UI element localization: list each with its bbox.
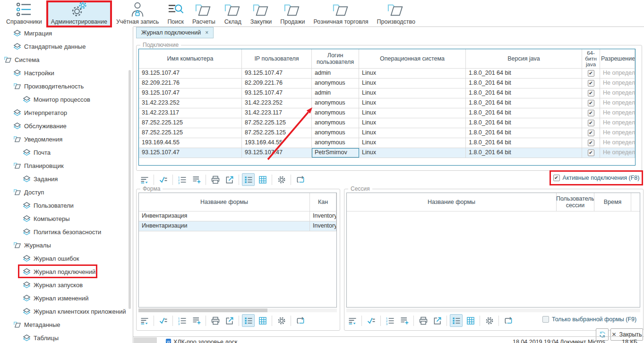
toolbar-table-grid-button[interactable] bbox=[256, 173, 269, 186]
table-row[interactable]: 93.125.107.4793.125.107.47PetrSmirnovLin… bbox=[139, 148, 635, 158]
toolbar-checklist-button[interactable] bbox=[157, 173, 170, 186]
sidebar-item[interactable]: Производительность bbox=[13, 79, 84, 93]
toolbar-item-folder[interactable]: Розничная торговля bbox=[309, 0, 373, 26]
table-cell[interactable]: 1.8.0_201 64 bit bbox=[466, 98, 582, 108]
checkbox-checked-icon[interactable]: ✔ bbox=[588, 130, 594, 136]
table-cell[interactable]: Linux bbox=[359, 79, 466, 88]
table-row[interactable]: 82.209.221.7682.209.221.76anonymousLinux… bbox=[139, 79, 635, 88]
table-cell[interactable]: anonymous bbox=[312, 98, 359, 108]
sidebar-item[interactable]: Планировщик bbox=[13, 159, 64, 172]
tab-close-icon[interactable]: × bbox=[205, 29, 208, 36]
checkbox-checked-icon[interactable]: ✔ bbox=[588, 140, 594, 146]
table-cell[interactable]: 93.125.107.47 bbox=[242, 148, 312, 158]
column-header[interactable]: Кан bbox=[310, 193, 336, 211]
sidebar-item[interactable]: Политика безопасности bbox=[23, 225, 101, 238]
toolbar-numbered-list-button[interactable]: 123 bbox=[176, 314, 189, 327]
table-cell[interactable]: 93.125.107.47 bbox=[139, 69, 242, 78]
toolbar-item-search-lines[interactable]: Поиск bbox=[163, 0, 188, 26]
table-cell-resolution[interactable]: Не определено bbox=[600, 128, 635, 138]
sidebar-item[interactable]: Почта bbox=[23, 146, 51, 159]
column-header[interactable]: Название формы bbox=[139, 193, 310, 211]
toolbar-item-folder[interactable]: Закупки bbox=[246, 0, 276, 26]
toolbar-list-view-button[interactable] bbox=[242, 173, 255, 186]
table-cell[interactable]: Linux bbox=[359, 128, 466, 138]
sidebar-item[interactable]: Пользователи bbox=[23, 199, 74, 212]
sidebar-item[interactable]: Монитор процессов bbox=[23, 93, 90, 106]
toolbar-item-folder[interactable]: Расчеты bbox=[188, 0, 220, 26]
table-cell[interactable]: Linux bbox=[359, 88, 466, 98]
sidebar-item[interactable]: Журнал запусков bbox=[23, 278, 83, 291]
table-cell[interactable]: Linux bbox=[359, 108, 466, 118]
sidebar-scrollbar[interactable] bbox=[129, 70, 131, 309]
table-row[interactable]: ИнвентаризацияInventory.ac bbox=[139, 211, 336, 221]
sidebar-item[interactable]: Журнал ошибок bbox=[23, 252, 79, 265]
sidebar-item[interactable]: Компьютеры bbox=[23, 212, 70, 225]
checkbox-checked-icon[interactable]: ✔ bbox=[588, 70, 594, 77]
sidebar-item[interactable]: Метаданные bbox=[13, 318, 60, 331]
table-cell[interactable]: Linux bbox=[359, 118, 466, 128]
column-header[interactable]: 64-битн java bbox=[582, 49, 600, 68]
table-cell-64bit[interactable]: ✔ bbox=[582, 128, 600, 138]
sidebar-item[interactable]: Интерпретатор bbox=[13, 106, 67, 119]
table-cell[interactable]: PetrSmirnov bbox=[312, 148, 359, 158]
table-cell[interactable]: Linux bbox=[359, 98, 466, 108]
table-cell[interactable]: 87.252.225.125 bbox=[139, 118, 242, 128]
table-cell[interactable]: anonymous bbox=[312, 128, 359, 138]
column-header[interactable]: Имя компьютера bbox=[139, 49, 242, 68]
toolbar-add-list-button[interactable] bbox=[190, 173, 203, 186]
table-cell[interactable]: 31.42.223.252 bbox=[139, 98, 242, 108]
toolbar-list-view-button[interactable] bbox=[242, 314, 255, 327]
table-cell-64bit[interactable]: ✔ bbox=[582, 148, 600, 158]
checkbox-checked-icon[interactable]: ✔ bbox=[588, 110, 594, 116]
table-cell[interactable]: Inventory.ac bbox=[310, 211, 336, 221]
table-cell[interactable]: 1.8.0_201 64 bit bbox=[466, 148, 582, 158]
table-row[interactable]: 87.252.225.12587.252.225.125anonymousLin… bbox=[139, 118, 635, 128]
table-cell[interactable]: 31.42.223.252 bbox=[242, 98, 312, 108]
table-row[interactable]: ИнвентаризацииInventory.ac bbox=[139, 221, 336, 231]
table-cell[interactable]: 87.252.225.125 bbox=[139, 128, 242, 138]
toolbar-add-list-button[interactable] bbox=[398, 314, 411, 327]
table-cell[interactable]: anonymous bbox=[312, 138, 359, 148]
toolbar-item-folder[interactable]: Производство bbox=[373, 0, 420, 26]
checkbox-checked-icon[interactable]: ✔ bbox=[588, 120, 594, 126]
table-cell-resolution[interactable]: Не определено bbox=[600, 88, 635, 98]
table-cell[interactable]: 1.8.0_201 64 bit bbox=[466, 69, 582, 78]
table-cell[interactable]: 82.209.221.76 bbox=[242, 79, 312, 88]
table-cell[interactable]: anonymous bbox=[312, 118, 359, 128]
only-selected-form-checkbox[interactable]: Только выбранной формы (F9) bbox=[542, 316, 636, 323]
sidebar-item[interactable]: Система bbox=[4, 53, 39, 66]
table-cell[interactable]: 31.42.223.117 bbox=[139, 108, 242, 118]
toolbar-item-reference-list[interactable]: Справочники bbox=[2, 0, 46, 26]
sidebar-item[interactable]: Уведомления bbox=[13, 132, 62, 146]
toolbar-filter-button[interactable] bbox=[138, 314, 151, 327]
table-row[interactable]: 193.169.44.55193.169.44.55anonymousLinux… bbox=[139, 138, 635, 148]
table-cell[interactable]: admin bbox=[312, 88, 359, 98]
sidebar-item[interactable]: Доступ bbox=[13, 185, 44, 199]
table-cell[interactable]: 1.8.0_201 64 bit bbox=[466, 108, 582, 118]
toolbar-export-button[interactable] bbox=[431, 314, 444, 327]
table-cell[interactable]: 93.125.107.47 bbox=[139, 88, 242, 98]
table-row[interactable]: 93.125.107.4793.125.107.47adminLinux1.8.… bbox=[139, 69, 635, 79]
table-cell-64bit[interactable]: ✔ bbox=[582, 69, 600, 78]
table-cell-64bit[interactable]: ✔ bbox=[582, 108, 600, 118]
toolbar-checklist-button[interactable] bbox=[365, 314, 378, 327]
toolbar-refresh-button[interactable] bbox=[294, 314, 307, 327]
table-cell[interactable]: 1.8.0_201 64 bit bbox=[466, 118, 582, 128]
toolbar-numbered-list-button[interactable]: 123 bbox=[384, 314, 396, 327]
table-cell[interactable]: Linux bbox=[359, 138, 466, 148]
toolbar-refresh-button[interactable] bbox=[294, 173, 307, 186]
sidebar-item[interactable]: Задания bbox=[23, 172, 58, 185]
form-hscrollbar-thumb[interactable] bbox=[138, 308, 267, 312]
toolbar-item-folder[interactable]: Склад bbox=[220, 0, 246, 26]
toolbar-item-user-lock[interactable]: Учётная запись bbox=[112, 0, 163, 26]
table-cell[interactable]: 93.125.107.47 bbox=[242, 88, 312, 98]
toolbar-filter-button[interactable] bbox=[346, 314, 359, 327]
table-cell-64bit[interactable]: ✔ bbox=[582, 88, 600, 98]
toolbar-filter-button[interactable] bbox=[138, 173, 151, 186]
checkbox-checked-icon[interactable]: ✔ bbox=[588, 80, 594, 87]
table-cell[interactable]: 87.252.225.125 bbox=[242, 128, 312, 138]
table-cell-resolution[interactable]: Не определено bbox=[600, 98, 635, 108]
toolbar-export-button[interactable] bbox=[223, 173, 236, 186]
table-cell-resolution[interactable]: Не определено bbox=[600, 108, 635, 118]
table-cell-64bit[interactable]: ✔ bbox=[582, 79, 600, 88]
